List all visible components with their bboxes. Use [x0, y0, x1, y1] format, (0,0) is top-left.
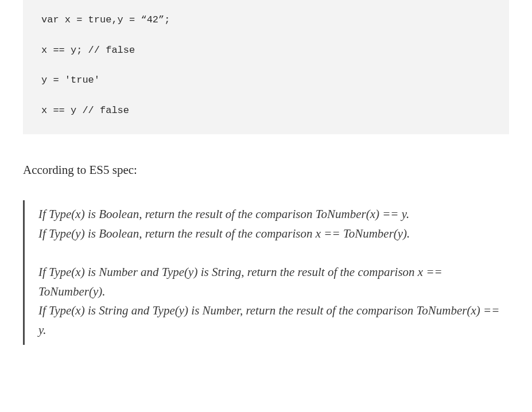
quote-line: If Type(x) is Boolean, return the result… — [38, 205, 509, 224]
code-line: var x = true,y = “42”; — [41, 13, 491, 28]
code-blank-line — [41, 58, 491, 73]
code-blank-line — [41, 88, 491, 103]
code-line: x == y; // false — [41, 43, 491, 58]
code-line: x == y // false — [41, 103, 491, 118]
code-blank-line — [41, 28, 491, 42]
code-block: var x = true,y = “42”; x == y; // false … — [23, 0, 509, 134]
quote-line: If Type(y) is Boolean, return the result… — [38, 224, 509, 244]
quote-line: If Type(x) is Number and Type(y) is Stri… — [38, 263, 509, 301]
intro-paragraph: According to ES5 spec: — [23, 163, 509, 177]
quote-blank-line — [38, 244, 509, 263]
spec-blockquote: If Type(x) is Boolean, return the result… — [23, 200, 509, 344]
quote-line: If Type(x) is String and Type(y) is Numb… — [38, 301, 509, 340]
code-line: y = 'true' — [41, 73, 491, 88]
